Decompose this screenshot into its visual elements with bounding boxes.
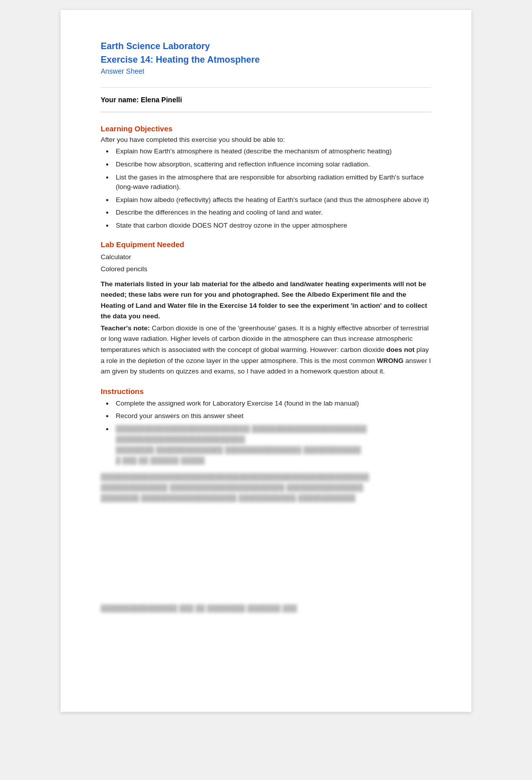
instructions-section: Instructions Complete the assigned work … [101, 387, 431, 504]
instructions-heading: Instructions [101, 387, 431, 396]
blurred-instruction-line3: █ ███ ██ ██████ █████ [116, 457, 205, 464]
lab-equipment-heading: Lab Equipment Needed [101, 240, 431, 249]
teacher-note-bold2: WRONG [377, 357, 403, 364]
teacher-note: Teacher's note: Carbon dioxide is one of… [101, 323, 431, 377]
list-item: State that carbon dioxide DOES NOT destr… [106, 221, 431, 231]
learning-objectives-intro: After you have completed this exercise y… [101, 136, 431, 143]
blurred-paragraph-1: ████████████████████████████████████████… [101, 472, 431, 504]
instructions-list: Complete the assigned work for Laborator… [101, 399, 431, 466]
student-name-line: Your name: Elena Pinelli [101, 96, 431, 112]
blurred-instruction-line1: ████████████████████████████ ███████████… [116, 425, 367, 443]
doc-subtitle: Exercise 14: Heating the Atmosphere [101, 54, 431, 66]
bottom-blurred-text: ████████████████ ███ ██ ████████ ███████… [101, 605, 297, 612]
divider-1 [101, 87, 431, 88]
lab-bold-note: The materials listed in your lab materia… [101, 279, 431, 322]
learning-objectives-heading: Learning Objectives [101, 124, 431, 133]
document-page: Earth Science Laboratory Exercise 14: He… [61, 10, 471, 712]
list-item: Explain how Earth's atmosphere is heated… [106, 146, 431, 156]
document-header: Earth Science Laboratory Exercise 14: He… [101, 40, 431, 75]
learning-objectives-list: Explain how Earth's atmosphere is heated… [101, 146, 431, 230]
name-label: Your name: [101, 96, 139, 104]
bottom-blurred-area: ████████████████ ███ ██ ████████ ███████… [101, 604, 431, 614]
instruction-item-3: ████████████████████████████ ███████████… [106, 424, 431, 466]
lab-item-pencils: Colored pencils [101, 264, 431, 275]
teacher-note-text1: Carbon dioxide is one of the 'greenhouse… [101, 324, 429, 353]
blurred-instruction-line2: ████████ ██████████████ ████████████████… [116, 446, 361, 454]
list-item: Describe the differences in the heating … [106, 208, 431, 218]
learning-objectives-section: Learning Objectives After you have compl… [101, 124, 431, 230]
instruction-item-2: Record your answers on this answer sheet [106, 411, 431, 421]
doc-title: Earth Science Laboratory [101, 40, 431, 53]
doc-answer-sheet: Answer Sheet [101, 67, 431, 75]
instruction-item-1: Complete the assigned work for Laborator… [106, 399, 431, 409]
list-item: Explain how albedo (reflectivity) affect… [106, 195, 431, 205]
teacher-note-bold1: does not [386, 346, 414, 353]
list-item: List the gases in the atmosphere that ar… [106, 172, 431, 192]
lab-item-calculator: Calculator [101, 252, 431, 263]
lab-equipment-section: Lab Equipment Needed Calculator Colored … [101, 240, 431, 377]
list-item: Describe how absorption, scattering and … [106, 159, 431, 169]
teacher-note-label: Teacher's note: [101, 324, 150, 332]
student-name-value: Elena Pinelli [141, 96, 182, 104]
lab-bold-note-text: The materials listed in your lab materia… [101, 280, 427, 320]
